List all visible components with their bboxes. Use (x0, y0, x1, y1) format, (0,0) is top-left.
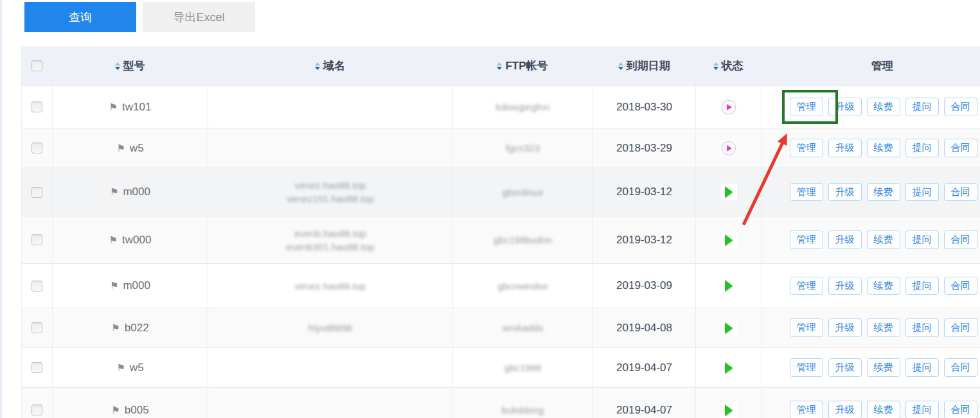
flag-icon: ⚑ (116, 362, 125, 374)
contract-button[interactable]: 合同 (944, 183, 977, 202)
domain-blurred-text: venez.hao88.top (295, 279, 366, 293)
sort-down-icon (115, 67, 120, 70)
table-row: ⚑b005bukddong2019-04-07管理升级续费提问合同 (22, 387, 980, 418)
export-excel-button[interactable]: 导出Excel (143, 2, 255, 32)
row-checkbox[interactable] (31, 234, 42, 245)
play-triangle-icon (725, 280, 733, 292)
status-running-icon (720, 402, 737, 418)
manage-button[interactable]: 管理 (790, 183, 823, 202)
upgrade-button[interactable]: 升级 (828, 139, 862, 157)
domain-blurred-text: venez101.hao88.top (287, 192, 374, 205)
sort-caret-icon (618, 62, 623, 70)
column-header-expiry[interactable]: 到期日期 (592, 46, 695, 85)
column-header-ftp[interactable]: FTP帐号 (452, 46, 592, 85)
renew-button[interactable]: 续费 (867, 183, 900, 202)
cell-select (22, 348, 52, 387)
cell-ftp: bukddong (452, 388, 592, 418)
sort-down-icon (713, 67, 718, 70)
ask-button[interactable]: 提问 (905, 358, 939, 377)
ask-button[interactable]: 提问 (905, 401, 939, 418)
cell-select (22, 388, 52, 418)
action-button-group: 管理升级续费提问合同 (790, 358, 977, 377)
cell-manage: 管理升级续费提问合同 (761, 168, 980, 216)
upgrade-button[interactable]: 升级 (828, 183, 862, 202)
ftp-blurred-text: kdowgiegfnn (495, 100, 549, 114)
hosting-table: 型号域名FTP帐号到期日期状态管理 ⚑tw101kdowgiegfnn2018-… (21, 46, 980, 418)
contract-button[interactable]: 合同 (944, 401, 977, 418)
cell-select (22, 216, 52, 263)
manage-button[interactable]: 管理 (790, 318, 823, 337)
column-header-label: 到期日期 (627, 58, 670, 73)
query-button[interactable]: 查询 (24, 2, 136, 32)
upgrade-button[interactable]: 升级 (828, 98, 862, 116)
flag-icon: ⚑ (111, 405, 120, 416)
play-triangle-icon (725, 405, 733, 416)
ask-button[interactable]: 提问 (905, 98, 939, 116)
manage-button[interactable]: 管理 (790, 139, 823, 157)
column-header-model[interactable]: 型号 (52, 46, 208, 85)
upgrade-button[interactable]: 升级 (828, 231, 862, 249)
cell-select (22, 86, 52, 128)
model-value: ⚑tw101 (109, 101, 152, 114)
page-left-edge (0, 0, 2, 418)
cell-model: ⚑tw000 (52, 216, 208, 263)
play-triangle-icon (725, 322, 733, 334)
cell-select (22, 168, 52, 216)
upgrade-button[interactable]: 升级 (828, 358, 862, 377)
upgrade-button[interactable]: 升级 (828, 277, 862, 295)
domain-blurred-text: venez.hao88.top (295, 179, 366, 192)
contract-button[interactable]: 合同 (944, 277, 977, 295)
contract-button[interactable]: 合同 (944, 318, 977, 337)
column-header-label: 型号 (123, 58, 145, 73)
row-checkbox[interactable] (31, 101, 42, 112)
renew-button[interactable]: 续费 (867, 139, 900, 157)
row-checkbox[interactable] (31, 322, 42, 333)
ask-button[interactable]: 提问 (905, 318, 939, 337)
select-all-checkbox[interactable] (31, 60, 42, 71)
row-checkbox[interactable] (31, 281, 42, 292)
ftp-blurred-text: gbcnwindox (497, 279, 548, 293)
status-running-icon (720, 320, 737, 336)
manage-button[interactable]: 管理 (790, 98, 823, 116)
contract-button[interactable]: 合同 (944, 98, 977, 116)
ask-button[interactable]: 提问 (905, 231, 939, 249)
contract-button[interactable]: 合同 (944, 139, 977, 157)
renew-button[interactable]: 续费 (867, 401, 900, 418)
ask-button[interactable]: 提问 (905, 139, 939, 157)
row-checkbox[interactable] (31, 405, 42, 415)
upgrade-button[interactable]: 升级 (828, 318, 862, 337)
cell-manage: 管理升级续费提问合同 (761, 388, 980, 418)
manage-button[interactable]: 管理 (790, 277, 823, 295)
cell-select (22, 128, 52, 168)
status-paused-wrap (720, 99, 737, 116)
play-triangle-icon (725, 234, 733, 246)
row-checkbox[interactable] (31, 187, 42, 198)
cell-domain (208, 86, 452, 128)
row-checkbox[interactable] (31, 362, 42, 373)
renew-button[interactable]: 续费 (867, 277, 900, 295)
cell-select (22, 308, 52, 347)
manage-button[interactable]: 管理 (790, 358, 823, 377)
manage-button[interactable]: 管理 (790, 401, 823, 418)
contract-button[interactable]: 合同 (944, 231, 977, 249)
column-header-domain[interactable]: 域名 (208, 46, 452, 85)
column-header-status[interactable]: 状态 (695, 46, 761, 85)
renew-button[interactable]: 续费 (867, 358, 900, 377)
hosting-management-page: 查询 导出Excel 型号域名FTP帐号到期日期状态管理 ⚑tw101kdowg… (0, 0, 980, 418)
ask-button[interactable]: 提问 (905, 277, 939, 295)
renew-button[interactable]: 续费 (867, 98, 900, 116)
renew-button[interactable]: 续费 (867, 231, 900, 249)
status-running-icon (720, 184, 737, 200)
manage-button[interactable]: 管理 (790, 231, 823, 249)
expiry-date: 2019-03-09 (616, 279, 672, 292)
ask-button[interactable]: 提问 (905, 183, 939, 202)
renew-button[interactable]: 续费 (867, 318, 900, 337)
contract-button[interactable]: 合同 (944, 358, 977, 377)
cell-ftp: gbcnwindox (452, 264, 592, 308)
sort-up-icon (115, 62, 120, 65)
cell-manage: 管理升级续费提问合同 (761, 86, 980, 128)
column-header-label: FTP帐号 (505, 58, 548, 73)
row-checkbox[interactable] (31, 143, 42, 153)
upgrade-button[interactable]: 升级 (828, 401, 862, 418)
cell-expiry: 2019-03-09 (592, 264, 695, 308)
